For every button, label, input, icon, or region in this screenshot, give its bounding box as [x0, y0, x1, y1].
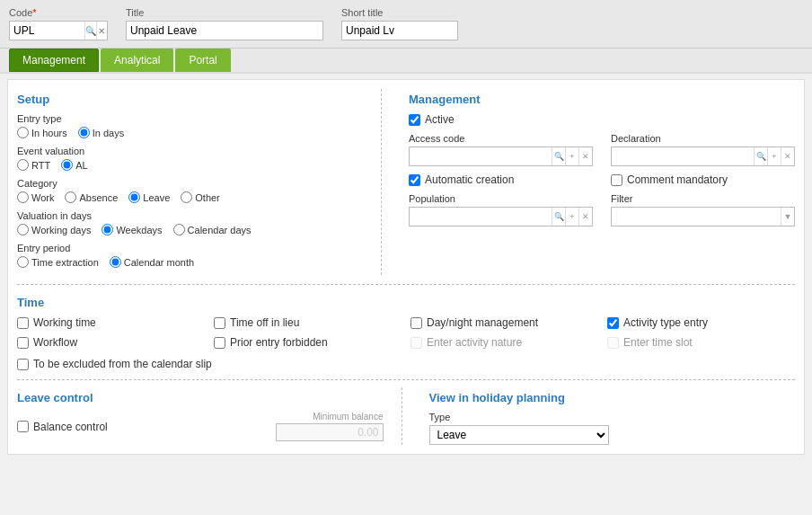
- valuation-days-row: Valuation in days Working days Weekdays …: [17, 210, 363, 235]
- tab-portal[interactable]: Portal: [175, 49, 230, 72]
- code-label: Code*: [9, 7, 108, 18]
- code-input[interactable]: [10, 22, 84, 40]
- auto-creation-checkbox[interactable]: [409, 174, 420, 186]
- prior-entry-label: Prior entry forbidden: [230, 336, 328, 349]
- entry-type-hours-radio[interactable]: [17, 127, 29, 138]
- ep-calendar-month: Calendar month: [110, 256, 194, 268]
- population-input[interactable]: [410, 208, 552, 226]
- category-row: Category Work Absence Leave: [17, 178, 363, 203]
- cat-other: Other: [181, 191, 220, 203]
- time-grid-1: Working time Time off in lieu Day/night …: [17, 316, 795, 329]
- ev-al-label: AL: [75, 160, 87, 171]
- declaration-add-icon[interactable]: +: [767, 147, 781, 165]
- filter-input[interactable]: [612, 208, 781, 226]
- type-select-wrap: Leave Other: [429, 425, 609, 445]
- cat-leave: Leave: [128, 191, 170, 203]
- balance-control-checkbox[interactable]: [17, 421, 29, 432]
- enter-activity-nature-checkbox: [410, 337, 422, 349]
- setup-col: Setup Entry type In hours In days E: [17, 89, 382, 275]
- short-title-field-group: Short title: [341, 7, 458, 40]
- vd-calendar-radio[interactable]: [173, 224, 185, 235]
- balance-row: Balance control Minimum balance: [17, 412, 384, 441]
- cat-work-radio[interactable]: [17, 191, 29, 203]
- active-checkbox[interactable]: [409, 114, 420, 126]
- vd-weekdays-label: Weekdays: [116, 225, 162, 235]
- cat-other-label: Other: [195, 192, 220, 203]
- excluded-label: To be excluded from the calendar slip: [33, 358, 212, 370]
- entry-type-label: Entry type: [17, 113, 363, 124]
- comment-mandatory-checkbox[interactable]: [611, 174, 622, 186]
- auto-creation-item: Automatic creation: [409, 173, 593, 186]
- vd-working-radio[interactable]: [17, 224, 29, 235]
- leave-control-title: Leave control: [17, 391, 384, 404]
- ev-al-radio[interactable]: [61, 159, 73, 171]
- view-holiday-col: View in holiday planning Type Leave Othe…: [420, 387, 796, 445]
- day-night-checkbox[interactable]: [410, 317, 422, 329]
- auto-creation-checkbox-item: Automatic creation: [409, 173, 593, 186]
- short-title-input[interactable]: [341, 21, 458, 40]
- excluded-checkbox[interactable]: [17, 359, 29, 370]
- declaration-search-icon[interactable]: 🔍: [754, 147, 767, 165]
- activity-type-checkbox[interactable]: [607, 317, 619, 329]
- short-title-label: Short title: [341, 7, 458, 18]
- code-required: *: [32, 7, 36, 18]
- filter-label: Filter: [611, 193, 795, 204]
- entry-type-group: In hours In days: [17, 127, 363, 138]
- code-clear-icon[interactable]: ✕: [96, 22, 107, 40]
- min-balance-label: Minimum balance: [313, 412, 383, 422]
- time-off-checkbox[interactable]: [214, 317, 225, 329]
- excluded-row: To be excluded from the calendar slip: [17, 358, 795, 370]
- access-code-input[interactable]: [410, 147, 552, 165]
- filter-field: ▼: [611, 207, 795, 226]
- filter-dropdown-icon[interactable]: ▼: [781, 208, 794, 226]
- title-input[interactable]: [126, 21, 323, 40]
- filter-item: Filter ▼: [611, 193, 795, 226]
- prior-entry-checkbox[interactable]: [214, 337, 225, 349]
- ev-al: AL: [61, 159, 87, 171]
- ep-time-extraction: Time extraction: [17, 256, 99, 268]
- tab-management[interactable]: Management: [9, 49, 99, 72]
- comment-mandatory-item: Comment mandatory: [611, 173, 795, 186]
- entry-period-label: Entry period: [17, 243, 363, 253]
- access-code-clear-icon[interactable]: ✕: [578, 147, 592, 165]
- access-code-search-icon[interactable]: 🔍: [552, 147, 565, 165]
- min-balance-input[interactable]: [276, 423, 384, 441]
- ep-time-extraction-radio[interactable]: [17, 256, 29, 268]
- event-valuation-row: Event valuation RTT AL: [17, 146, 363, 171]
- ev-rtt-label: RTT: [31, 160, 50, 171]
- enter-activity-nature-item: Enter activity nature: [410, 336, 598, 349]
- population-search-icon[interactable]: 🔍: [552, 208, 565, 226]
- tab-analytical[interactable]: Analytical: [101, 49, 173, 72]
- declaration-item: Declaration 🔍 + ✕: [611, 133, 795, 166]
- entry-type-days-label: In days: [93, 128, 124, 138]
- cat-work: Work: [17, 191, 54, 203]
- type-select[interactable]: Leave Other: [430, 426, 608, 444]
- ep-calendar-month-radio[interactable]: [110, 256, 121, 268]
- enter-time-slot-label: Enter time slot: [623, 336, 693, 349]
- access-code-add-icon[interactable]: +: [565, 147, 578, 165]
- population-clear-icon[interactable]: ✕: [578, 208, 592, 226]
- declaration-input[interactable]: [612, 147, 754, 165]
- cat-absence-radio[interactable]: [65, 191, 76, 203]
- population-add-icon[interactable]: +: [565, 208, 578, 226]
- view-holiday-title: View in holiday planning: [429, 391, 796, 404]
- type-field-item: Type Leave Other: [429, 412, 609, 445]
- cat-leave-radio[interactable]: [128, 191, 140, 203]
- code-search-icon[interactable]: 🔍: [84, 22, 96, 40]
- entry-type-days-radio[interactable]: [78, 127, 90, 138]
- ev-rtt-radio[interactable]: [17, 159, 29, 171]
- working-time-checkbox[interactable]: [17, 317, 29, 329]
- workflow-checkbox[interactable]: [17, 337, 29, 349]
- vd-weekdays-radio[interactable]: [102, 224, 113, 235]
- cat-other-radio[interactable]: [181, 191, 192, 203]
- entry-type-days: In days: [78, 127, 124, 138]
- declaration-clear-icon[interactable]: ✕: [781, 147, 794, 165]
- code-input-wrap: 🔍 ✕: [9, 21, 108, 40]
- entry-period-row: Entry period Time extraction Calendar mo…: [17, 243, 363, 268]
- population-item: Population 🔍 + ✕: [409, 193, 593, 226]
- active-checkbox-item: Active: [409, 113, 795, 126]
- entry-type-hours: In hours: [17, 127, 67, 138]
- time-off-label: Time off in lieu: [230, 316, 299, 329]
- category-label: Category: [17, 178, 363, 189]
- balance-control-label: Balance control: [33, 421, 108, 433]
